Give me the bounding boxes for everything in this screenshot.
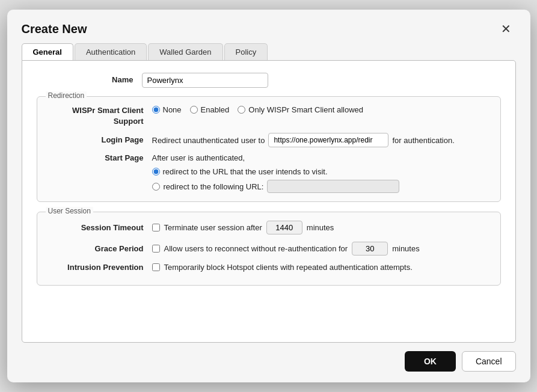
grace-period-input[interactable] (352, 242, 388, 256)
login-page-prefix: Redirect unauthenticated user to (152, 136, 265, 145)
start-page-text: After user is authenticated, (152, 153, 400, 162)
login-page-label: Login Page (47, 135, 152, 145)
session-timeout-input[interactable] (266, 221, 302, 234)
start-page-label: Start Page (47, 153, 152, 162)
ok-button[interactable]: OK (405, 351, 456, 372)
intrusion-content: Temporarily block Hotspot clients with r… (152, 263, 413, 272)
session-timeout-label: Session Timeout (47, 223, 152, 232)
dialog-title: Create New (22, 22, 87, 36)
grace-period-prefix: Allow users to reconnect without re-auth… (164, 244, 348, 253)
start-page-radio2[interactable] (152, 183, 160, 191)
close-button[interactable]: ✕ (496, 20, 516, 37)
login-page-url-input[interactable] (268, 133, 388, 147)
intrusion-text: Temporarily block Hotspot clients with r… (164, 263, 413, 272)
name-input[interactable] (142, 73, 268, 88)
start-page-row: Start Page After user is authenticated, … (47, 153, 491, 193)
intrusion-label: Intrusion Prevention (47, 263, 152, 272)
wispr-row: WISPr Smart ClientSupport None Enabled O… (47, 105, 491, 127)
tab-bar: General Authentication Walled Garden Pol… (7, 37, 530, 60)
dialog-footer: OK Cancel (7, 343, 530, 382)
redirection-label: Redirection (46, 91, 87, 100)
intrusion-row: Intrusion Prevention Temporarily block H… (47, 263, 491, 272)
tab-general[interactable]: General (22, 43, 73, 60)
wispr-only-option[interactable]: Only WISPr Smart Client allowed (238, 105, 363, 114)
wispr-enabled-radio[interactable] (190, 106, 198, 114)
wispr-enabled-option[interactable]: Enabled (190, 105, 230, 114)
tab-walled-garden[interactable]: Walled Garden (148, 43, 222, 60)
tab-policy[interactable]: Policy (224, 43, 268, 60)
login-page-content: Redirect unauthenticated user to for aut… (152, 133, 455, 147)
wispr-only-label: Only WISPr Smart Client allowed (248, 105, 363, 114)
tab-authentication[interactable]: Authentication (75, 43, 147, 60)
wispr-only-radio[interactable] (238, 106, 245, 114)
start-page-option2-label: redirect to the following URL: (164, 182, 264, 191)
dialog-body: Name Redirection WISPr Smart ClientSuppo… (22, 60, 516, 343)
login-page-row: Login Page Redirect unauthenticated user… (47, 133, 491, 147)
wispr-radio-group: None Enabled Only WISPr Smart Client all… (152, 105, 364, 114)
grace-period-checkbox[interactable] (152, 245, 160, 253)
grace-period-content: Allow users to reconnect without re-auth… (152, 242, 420, 256)
name-label: Name (37, 75, 142, 85)
grace-period-suffix: minutes (392, 244, 420, 253)
session-timeout-checkbox[interactable] (152, 224, 160, 231)
session-timeout-suffix: minutes (307, 223, 334, 232)
grace-period-row: Grace Period Allow users to reconnect wi… (47, 242, 491, 256)
wispr-enabled-label: Enabled (201, 105, 230, 114)
dialog-header: Create New ✕ (7, 10, 530, 37)
start-page-radio1[interactable] (152, 168, 160, 176)
wispr-none-option[interactable]: None (152, 105, 182, 114)
create-new-dialog: Create New ✕ General Authentication Wall… (7, 10, 530, 382)
start-page-option2[interactable]: redirect to the following URL: (152, 180, 400, 193)
start-page-content: After user is authenticated, redirect to… (152, 153, 400, 193)
wispr-none-label: None (163, 105, 182, 114)
session-timeout-prefix: Terminate user session after (164, 223, 262, 232)
user-session-section: User Session Session Timeout Terminate u… (37, 212, 501, 286)
user-session-label: User Session (46, 207, 93, 215)
session-timeout-row: Session Timeout Terminate user session a… (47, 221, 491, 234)
wispr-none-radio[interactable] (152, 106, 160, 114)
wispr-label: WISPr Smart ClientSupport (47, 105, 152, 127)
intrusion-checkbox[interactable] (152, 263, 160, 271)
start-page-url-input[interactable] (267, 180, 399, 193)
grace-period-label: Grace Period (47, 244, 152, 253)
start-page-option1-label: redirect to the URL that the user intend… (163, 167, 328, 176)
start-page-option1[interactable]: redirect to the URL that the user intend… (152, 167, 400, 176)
redirection-section: Redirection WISPr Smart ClientSupport No… (37, 96, 501, 202)
name-row: Name (37, 73, 501, 88)
cancel-button[interactable]: Cancel (462, 351, 516, 372)
login-page-suffix: for authentication. (392, 136, 454, 145)
session-timeout-content: Terminate user session after minutes (152, 221, 334, 234)
